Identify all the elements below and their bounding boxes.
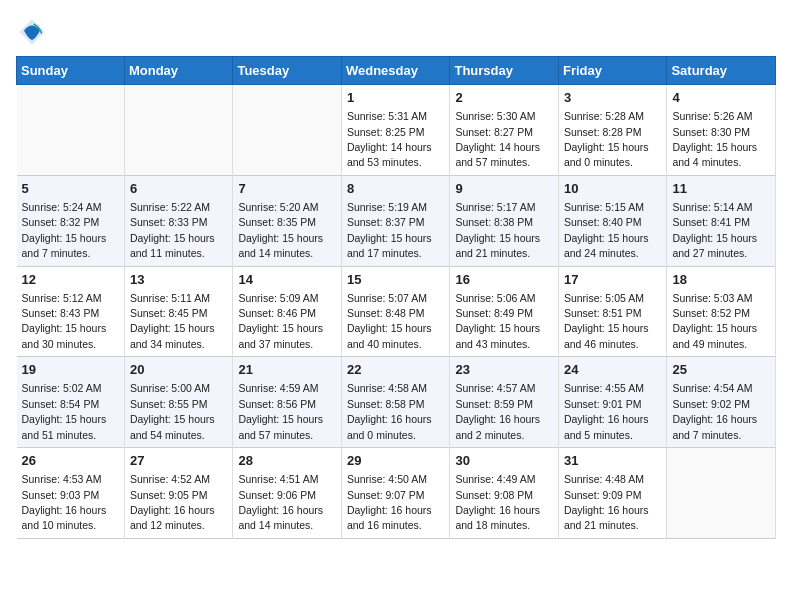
logo-icon xyxy=(16,16,48,48)
day-info: Sunrise: 4:51 AM Sunset: 9:06 PM Dayligh… xyxy=(238,473,323,531)
calendar-cell: 8Sunrise: 5:19 AM Sunset: 8:37 PM Daylig… xyxy=(341,175,450,266)
day-info: Sunrise: 4:52 AM Sunset: 9:05 PM Dayligh… xyxy=(130,473,215,531)
day-info: Sunrise: 5:03 AM Sunset: 8:52 PM Dayligh… xyxy=(672,292,757,350)
calendar-table: SundayMondayTuesdayWednesdayThursdayFrid… xyxy=(16,56,776,539)
calendar-cell: 10Sunrise: 5:15 AM Sunset: 8:40 PM Dayli… xyxy=(558,175,667,266)
calendar-cell: 24Sunrise: 4:55 AM Sunset: 9:01 PM Dayli… xyxy=(558,357,667,448)
calendar-cell: 20Sunrise: 5:00 AM Sunset: 8:55 PM Dayli… xyxy=(124,357,233,448)
calendar-cell: 27Sunrise: 4:52 AM Sunset: 9:05 PM Dayli… xyxy=(124,448,233,539)
day-number: 6 xyxy=(130,180,228,198)
day-info: Sunrise: 5:07 AM Sunset: 8:48 PM Dayligh… xyxy=(347,292,432,350)
day-number: 25 xyxy=(672,361,770,379)
day-info: Sunrise: 5:02 AM Sunset: 8:54 PM Dayligh… xyxy=(22,382,107,440)
day-number: 2 xyxy=(455,89,553,107)
day-info: Sunrise: 5:15 AM Sunset: 8:40 PM Dayligh… xyxy=(564,201,649,259)
page-header xyxy=(16,16,776,48)
day-number: 27 xyxy=(130,452,228,470)
day-header-monday: Monday xyxy=(124,57,233,85)
day-number: 7 xyxy=(238,180,336,198)
calendar-cell xyxy=(17,85,125,176)
calendar-cell: 30Sunrise: 4:49 AM Sunset: 9:08 PM Dayli… xyxy=(450,448,559,539)
day-number: 18 xyxy=(672,271,770,289)
day-info: Sunrise: 5:12 AM Sunset: 8:43 PM Dayligh… xyxy=(22,292,107,350)
calendar-cell: 3Sunrise: 5:28 AM Sunset: 8:28 PM Daylig… xyxy=(558,85,667,176)
day-number: 15 xyxy=(347,271,445,289)
calendar-cell: 13Sunrise: 5:11 AM Sunset: 8:45 PM Dayli… xyxy=(124,266,233,357)
calendar-cell: 22Sunrise: 4:58 AM Sunset: 8:58 PM Dayli… xyxy=(341,357,450,448)
logo xyxy=(16,16,52,48)
day-header-sunday: Sunday xyxy=(17,57,125,85)
day-number: 14 xyxy=(238,271,336,289)
calendar-cell: 25Sunrise: 4:54 AM Sunset: 9:02 PM Dayli… xyxy=(667,357,776,448)
calendar-cell: 1Sunrise: 5:31 AM Sunset: 8:25 PM Daylig… xyxy=(341,85,450,176)
calendar-cell: 7Sunrise: 5:20 AM Sunset: 8:35 PM Daylig… xyxy=(233,175,342,266)
day-header-wednesday: Wednesday xyxy=(341,57,450,85)
day-number: 1 xyxy=(347,89,445,107)
day-info: Sunrise: 5:19 AM Sunset: 8:37 PM Dayligh… xyxy=(347,201,432,259)
day-info: Sunrise: 5:17 AM Sunset: 8:38 PM Dayligh… xyxy=(455,201,540,259)
calendar-cell: 19Sunrise: 5:02 AM Sunset: 8:54 PM Dayli… xyxy=(17,357,125,448)
day-info: Sunrise: 4:59 AM Sunset: 8:56 PM Dayligh… xyxy=(238,382,323,440)
calendar-cell xyxy=(233,85,342,176)
days-header-row: SundayMondayTuesdayWednesdayThursdayFrid… xyxy=(17,57,776,85)
day-info: Sunrise: 5:31 AM Sunset: 8:25 PM Dayligh… xyxy=(347,110,432,168)
calendar-cell: 29Sunrise: 4:50 AM Sunset: 9:07 PM Dayli… xyxy=(341,448,450,539)
day-header-saturday: Saturday xyxy=(667,57,776,85)
day-number: 11 xyxy=(672,180,770,198)
day-number: 5 xyxy=(22,180,119,198)
day-info: Sunrise: 4:50 AM Sunset: 9:07 PM Dayligh… xyxy=(347,473,432,531)
calendar-cell: 23Sunrise: 4:57 AM Sunset: 8:59 PM Dayli… xyxy=(450,357,559,448)
day-info: Sunrise: 5:24 AM Sunset: 8:32 PM Dayligh… xyxy=(22,201,107,259)
day-header-thursday: Thursday xyxy=(450,57,559,85)
calendar-cell: 28Sunrise: 4:51 AM Sunset: 9:06 PM Dayli… xyxy=(233,448,342,539)
calendar-cell: 31Sunrise: 4:48 AM Sunset: 9:09 PM Dayli… xyxy=(558,448,667,539)
day-info: Sunrise: 4:53 AM Sunset: 9:03 PM Dayligh… xyxy=(22,473,107,531)
day-info: Sunrise: 4:54 AM Sunset: 9:02 PM Dayligh… xyxy=(672,382,757,440)
day-number: 3 xyxy=(564,89,662,107)
day-number: 26 xyxy=(22,452,119,470)
day-number: 10 xyxy=(564,180,662,198)
calendar-cell: 11Sunrise: 5:14 AM Sunset: 8:41 PM Dayli… xyxy=(667,175,776,266)
day-info: Sunrise: 5:11 AM Sunset: 8:45 PM Dayligh… xyxy=(130,292,215,350)
day-header-friday: Friday xyxy=(558,57,667,85)
day-number: 9 xyxy=(455,180,553,198)
day-info: Sunrise: 5:06 AM Sunset: 8:49 PM Dayligh… xyxy=(455,292,540,350)
day-number: 13 xyxy=(130,271,228,289)
day-number: 20 xyxy=(130,361,228,379)
calendar-cell: 16Sunrise: 5:06 AM Sunset: 8:49 PM Dayli… xyxy=(450,266,559,357)
day-info: Sunrise: 4:55 AM Sunset: 9:01 PM Dayligh… xyxy=(564,382,649,440)
day-number: 8 xyxy=(347,180,445,198)
week-row-2: 5Sunrise: 5:24 AM Sunset: 8:32 PM Daylig… xyxy=(17,175,776,266)
calendar-cell: 5Sunrise: 5:24 AM Sunset: 8:32 PM Daylig… xyxy=(17,175,125,266)
day-info: Sunrise: 4:58 AM Sunset: 8:58 PM Dayligh… xyxy=(347,382,432,440)
week-row-5: 26Sunrise: 4:53 AM Sunset: 9:03 PM Dayli… xyxy=(17,448,776,539)
day-number: 24 xyxy=(564,361,662,379)
day-number: 21 xyxy=(238,361,336,379)
day-number: 29 xyxy=(347,452,445,470)
calendar-cell: 6Sunrise: 5:22 AM Sunset: 8:33 PM Daylig… xyxy=(124,175,233,266)
day-number: 30 xyxy=(455,452,553,470)
week-row-3: 12Sunrise: 5:12 AM Sunset: 8:43 PM Dayli… xyxy=(17,266,776,357)
day-info: Sunrise: 5:20 AM Sunset: 8:35 PM Dayligh… xyxy=(238,201,323,259)
day-info: Sunrise: 5:26 AM Sunset: 8:30 PM Dayligh… xyxy=(672,110,757,168)
day-info: Sunrise: 5:09 AM Sunset: 8:46 PM Dayligh… xyxy=(238,292,323,350)
day-number: 31 xyxy=(564,452,662,470)
calendar-cell: 17Sunrise: 5:05 AM Sunset: 8:51 PM Dayli… xyxy=(558,266,667,357)
day-number: 12 xyxy=(22,271,119,289)
calendar-cell: 9Sunrise: 5:17 AM Sunset: 8:38 PM Daylig… xyxy=(450,175,559,266)
day-info: Sunrise: 4:48 AM Sunset: 9:09 PM Dayligh… xyxy=(564,473,649,531)
day-info: Sunrise: 4:57 AM Sunset: 8:59 PM Dayligh… xyxy=(455,382,540,440)
week-row-1: 1Sunrise: 5:31 AM Sunset: 8:25 PM Daylig… xyxy=(17,85,776,176)
day-number: 23 xyxy=(455,361,553,379)
day-info: Sunrise: 5:28 AM Sunset: 8:28 PM Dayligh… xyxy=(564,110,649,168)
calendar-cell xyxy=(667,448,776,539)
day-number: 19 xyxy=(22,361,119,379)
day-header-tuesday: Tuesday xyxy=(233,57,342,85)
calendar-cell: 2Sunrise: 5:30 AM Sunset: 8:27 PM Daylig… xyxy=(450,85,559,176)
day-info: Sunrise: 5:14 AM Sunset: 8:41 PM Dayligh… xyxy=(672,201,757,259)
calendar-cell xyxy=(124,85,233,176)
day-number: 4 xyxy=(672,89,770,107)
calendar-cell: 21Sunrise: 4:59 AM Sunset: 8:56 PM Dayli… xyxy=(233,357,342,448)
day-number: 17 xyxy=(564,271,662,289)
calendar-cell: 4Sunrise: 5:26 AM Sunset: 8:30 PM Daylig… xyxy=(667,85,776,176)
